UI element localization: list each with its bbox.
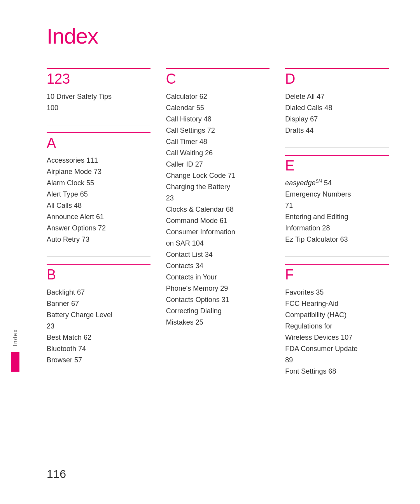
list-item: Calculator 62 xyxy=(166,91,270,102)
easyedge-brand: easyedgeSM xyxy=(285,179,322,187)
list-item: Call Timer 48 xyxy=(166,137,270,147)
footer-rule xyxy=(47,461,70,461)
section-items-a: Accessories 111 Airplane Mode 73 Alarm C… xyxy=(47,155,150,245)
page-title: Index xyxy=(47,23,389,49)
section-header-123: 123 xyxy=(47,68,150,87)
list-item: Mistakes 25 xyxy=(166,317,270,328)
list-item: Accessories 111 xyxy=(47,155,150,166)
list-item: easyedgeSM 54 xyxy=(285,178,389,188)
section-divider xyxy=(285,256,389,257)
list-item: Consumer Information xyxy=(166,227,270,237)
list-item: FCC Hearing-Aid xyxy=(285,299,389,309)
column-2: C Calculator 62 Calendar 55 Call History… xyxy=(166,68,270,388)
section-header-a: A xyxy=(47,132,150,151)
section-letter-123: 123 xyxy=(47,71,70,87)
section-header-d: D xyxy=(285,68,389,87)
list-item: Announce Alert 61 xyxy=(47,212,150,222)
list-item: Compatibility (HAC) xyxy=(285,310,389,320)
section-items-123: 10 Driver Safety Tips 100 xyxy=(47,91,150,113)
section-f: F Favorites 35 FCC Hearing-Aid Compatibi… xyxy=(285,264,389,377)
section-123: 123 10 Driver Safety Tips 100 xyxy=(47,68,150,113)
page-container: Index 123 10 Driver Safety Tips 100 A xyxy=(0,0,420,504)
section-items-f: Favorites 35 FCC Hearing-Aid Compatibili… xyxy=(285,287,389,377)
index-grid: 123 10 Driver Safety Tips 100 A Accessor… xyxy=(47,68,389,388)
list-item: Contacts 34 xyxy=(166,261,270,271)
list-item: Drafts 44 xyxy=(285,125,389,136)
section-divider xyxy=(285,148,389,148)
list-item: Regulations for xyxy=(285,321,389,332)
section-c: C Calculator 62 Calendar 55 Call History… xyxy=(166,68,270,328)
list-item: Backlight 67 xyxy=(47,287,150,298)
list-item: 89 xyxy=(285,355,389,365)
list-item: Bluetooth 74 xyxy=(47,344,150,354)
section-header-f: F xyxy=(285,264,389,283)
list-item: Caller ID 27 xyxy=(166,159,270,170)
list-item: Browser 57 xyxy=(47,355,150,365)
sidebar-block xyxy=(11,352,19,372)
list-item: Charging the Battery xyxy=(166,182,270,192)
section-letter-e: E xyxy=(285,158,294,174)
list-item: Answer Options 72 xyxy=(47,223,150,234)
section-letter-d: D xyxy=(285,71,295,87)
list-item: 100 xyxy=(47,103,150,113)
section-header-c: C xyxy=(166,68,270,87)
list-item: Call Waiting 26 xyxy=(166,148,270,158)
page-footer: 116 xyxy=(47,461,389,481)
section-header-b: B xyxy=(47,264,150,283)
list-item: Emergency Numbers xyxy=(285,189,389,200)
section-letter-b: B xyxy=(47,267,56,283)
list-item: 10 Driver Safety Tips xyxy=(47,91,150,102)
list-item: Alarm Clock 55 xyxy=(47,178,150,188)
section-items-d: Delete All 47 Dialed Calls 48 Display 67… xyxy=(285,91,389,136)
list-item: Delete All 47 xyxy=(285,91,389,102)
section-e: E easyedgeSM 54 Emergency Numbers 71 Ent… xyxy=(285,155,389,245)
list-item: Auto Retry 73 xyxy=(47,234,150,245)
list-item: Dialed Calls 48 xyxy=(285,103,389,113)
list-item: Display 67 xyxy=(285,114,389,125)
section-items-e: easyedgeSM 54 Emergency Numbers 71 Enter… xyxy=(285,178,389,245)
list-item: on SAR 104 xyxy=(166,238,270,249)
list-item: Alert Type 65 xyxy=(47,189,150,200)
list-item: 23 xyxy=(47,321,150,332)
list-item: Phone's Memory 29 xyxy=(166,283,270,294)
list-item: Call Settings 72 xyxy=(166,125,270,136)
list-item: Favorites 35 xyxy=(285,287,389,298)
list-item: Change Lock Code 71 xyxy=(166,170,270,181)
list-item: Call History 48 xyxy=(166,114,270,125)
sidebar-label: Index xyxy=(11,329,19,372)
column-1: 123 10 Driver Safety Tips 100 A Accessor… xyxy=(47,68,150,388)
section-b: B Backlight 67 Banner 67 Battery Charge … xyxy=(47,264,150,365)
section-divider xyxy=(47,125,150,125)
list-item: Information 28 xyxy=(285,223,389,234)
list-item: Correcting Dialing xyxy=(166,306,270,316)
list-item: 71 xyxy=(285,200,389,211)
sidebar-text: Index xyxy=(12,329,18,346)
list-item: Font Settings 68 xyxy=(285,366,389,377)
list-item: FDA Consumer Update xyxy=(285,344,389,354)
list-item: Command Mode 61 xyxy=(166,216,270,226)
section-letter-a: A xyxy=(47,135,56,151)
list-item: Calendar 55 xyxy=(166,103,270,113)
list-item: Best Match 62 xyxy=(47,332,150,343)
list-item: Ez Tip Calculator 63 xyxy=(285,234,389,245)
list-item: Contacts in Your xyxy=(166,272,270,283)
list-item: Entering and Editing xyxy=(285,212,389,222)
list-item: 23 xyxy=(166,193,270,204)
section-letter-c: C xyxy=(166,71,176,87)
section-letter-f: F xyxy=(285,267,294,283)
section-items-b: Backlight 67 Banner 67 Battery Charge Le… xyxy=(47,287,150,365)
section-d: D Delete All 47 Dialed Calls 48 Display … xyxy=(285,68,389,136)
section-divider xyxy=(47,256,150,257)
list-item: Wireless Devices 107 xyxy=(285,332,389,343)
column-3: D Delete All 47 Dialed Calls 48 Display … xyxy=(285,68,389,388)
section-header-e: E xyxy=(285,155,389,174)
list-item: Clocks & Calendar 68 xyxy=(166,204,270,215)
list-item: Contact List 34 xyxy=(166,249,270,260)
list-item: Banner 67 xyxy=(47,299,150,309)
section-items-c: Calculator 62 Calendar 55 Call History 4… xyxy=(166,91,270,328)
list-item: All Calls 48 xyxy=(47,200,150,211)
list-item: Airplane Mode 73 xyxy=(47,167,150,177)
section-a: A Accessories 111 Airplane Mode 73 Alarm… xyxy=(47,132,150,245)
list-item: Battery Charge Level xyxy=(47,310,150,320)
page-number: 116 xyxy=(47,467,66,480)
